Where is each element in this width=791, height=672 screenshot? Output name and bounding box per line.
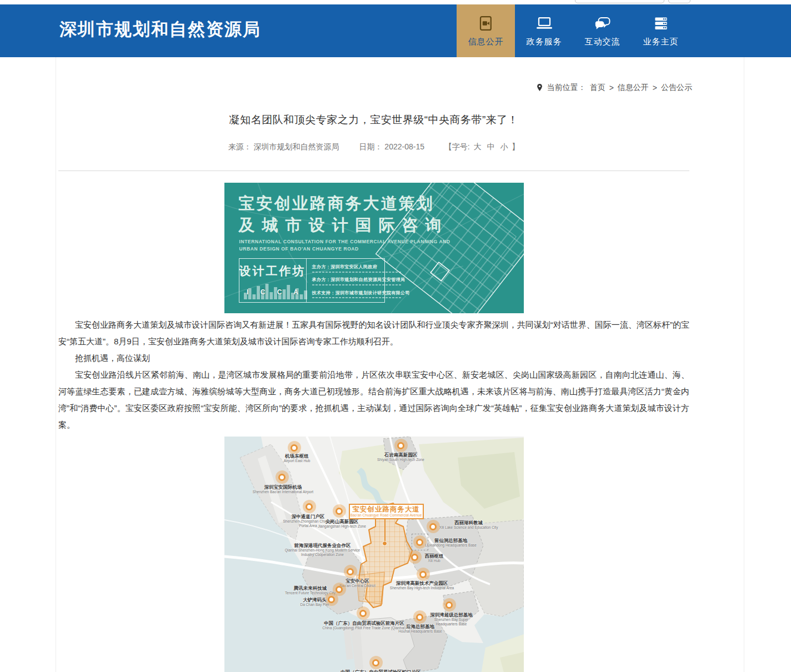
fontsize-prefix: 【字号: <box>444 142 470 151</box>
breadcrumb-notices-link[interactable]: 公告公示 <box>661 83 692 93</box>
search-button[interactable] <box>668 0 690 3</box>
page-content: 当前位置： 首页 > 信息公开 > 公告公示 凝知名团队和顶尖专家之力，宝安世界… <box>56 57 744 672</box>
map-label-leader-line <box>384 519 386 543</box>
tab-information-disclosure[interactable]: 信息公开 <box>457 4 515 57</box>
map-label: 留仙洞总部基地Liuxiandong Headquarters Base <box>420 538 482 548</box>
map-label: 后海总部基地Houhai Headquarters Base <box>390 624 451 634</box>
organizer-line: 技术支持：深圳市城市规划设计研究院有限公司 <box>312 290 410 299</box>
map-label: 深圳宝安国际机场Shenzhen Bao'an International Ai… <box>242 484 325 494</box>
tab-label: 互动交流 <box>585 37 620 47</box>
paragraph: 宝安创业路沿线片区紧邻前海、南山，是湾区城市发展格局的重要前沿地带，片区依次串联… <box>58 367 689 433</box>
meta-date-label: 日期： <box>359 142 382 151</box>
map-area-label-box: 宝安创业路商务大道 Bao'an Chuangye Road Commercia… <box>349 504 424 519</box>
banner-subtitle-line1: INTERNATIONAL CONSULTATION FOR THE COMME… <box>239 239 450 244</box>
banner-workshop-box: 设计工作坊 I C C A <box>239 258 385 303</box>
map-label: 西丽枢纽Xili Hub <box>415 553 454 563</box>
breadcrumb: 当前位置： 首页 > 信息公开 > 公告公示 <box>56 57 744 93</box>
workshop-left-panel: 设计工作坊 I C C A <box>239 259 307 302</box>
meta-source-label: 来源： <box>228 142 252 151</box>
banner-title-line2: 及城市设计国际咨询 <box>239 214 449 237</box>
organizer-text: 承办方：深圳市规划和自然资源局宝安管理局 <box>312 277 410 283</box>
search-input[interactable] <box>575 0 664 3</box>
document-icon <box>478 15 494 32</box>
paragraph: 宝安创业路商务大道策划及城市设计国际咨询又有新进展！五家具有国际视野的知名设计团… <box>58 317 689 350</box>
tab-interaction[interactable]: 互动交流 <box>573 4 632 57</box>
map-marker <box>397 442 404 449</box>
map-label-leader-dot <box>382 541 387 546</box>
map-marker <box>336 508 343 515</box>
chat-icon <box>594 15 611 32</box>
organizer-text: 技术支持：深圳市城市规划设计研究院有限公司 <box>312 290 410 296</box>
map-overlay: 宝安创业路商务大道 Bao'an Chuangye Road Commercia… <box>224 437 524 672</box>
map-area-title: 宝安创业路商务大道 <box>352 506 420 513</box>
organizer-subtext-line <box>312 297 402 298</box>
map-marker <box>278 474 286 481</box>
breadcrumb-separator: > <box>609 83 614 92</box>
breadcrumb-info-link[interactable]: 信息公开 <box>618 83 649 93</box>
fontsize-medium[interactable]: 中 <box>487 142 495 151</box>
map-marker <box>347 568 354 575</box>
article-banner-image: 宝安创业路商务大道策划 及城市设计国际咨询 INTERNATIONAL CONS… <box>224 183 524 313</box>
location-pin-icon <box>536 83 543 92</box>
site-header: 深圳市规划和自然资源局 信息公开 政务服务 互动交流 <box>0 4 791 57</box>
divider <box>58 170 689 171</box>
map-label: 尖岗山高新园区Jiangangshan High-tech Zone <box>311 519 373 529</box>
main-nav: 信息公开 政务服务 互动交流 业务主页 <box>457 4 690 57</box>
paragraph: 抢抓机遇，高位谋划 <box>58 350 689 367</box>
breadcrumb-separator: > <box>653 83 657 92</box>
map-label: 大铲湾码头Da Chan Bay Pier <box>290 597 340 607</box>
site-title: 深圳市规划和自然资源局 <box>59 18 261 41</box>
organizer-text: 主办方：深圳市宝安区人民政府 <box>312 264 410 270</box>
fontsize-small[interactable]: 小 <box>500 142 508 151</box>
organizer-line: 承办方：深圳市规划和自然资源局宝安管理局 <box>312 277 410 285</box>
breadcrumb-prefix: 当前位置： <box>547 83 586 93</box>
tab-business-home[interactable]: 业务主页 <box>632 4 690 57</box>
map-marker <box>372 659 379 666</box>
organizer-subtext-line <box>312 272 402 273</box>
map-label: 石岩南高新园区Shiyan South High-tech Zone <box>368 452 434 462</box>
laptop-icon <box>536 15 553 32</box>
map-area-subtitle: Bao'an Chuangye Road Commercial Avenue <box>351 513 422 518</box>
fontsize-suffix: 】 <box>512 142 519 151</box>
article-title: 凝知名团队和顶尖专家之力，宝安世界级“中央商务带”来了！ <box>58 113 689 127</box>
map-label: 中国（广东）自由贸易试验区蛇口片区China (Guangdong) Pilot… <box>329 669 432 672</box>
map-marker <box>359 610 367 617</box>
organizer-line: 主办方：深圳市宝安区人民政府 <box>312 264 410 273</box>
fontsize-large[interactable]: 大 <box>474 142 482 151</box>
map-marker <box>419 571 427 578</box>
breadcrumb-home-link[interactable]: 首页 <box>590 83 605 93</box>
map-marker <box>445 601 453 609</box>
workshop-title: 设计工作坊 <box>239 263 306 279</box>
tab-label: 信息公开 <box>468 37 504 47</box>
map-marker <box>306 503 313 510</box>
map-marker <box>416 614 423 621</box>
article-map-image: 宝安创业路商务大道 Bao'an Chuangye Road Commercia… <box>224 437 524 672</box>
workshop-organizers: 主办方：深圳市宝安区人民政府 承办方：深圳市规划和自然资源局宝安管理局 技术支持… <box>307 259 414 302</box>
tab-label: 业务主页 <box>643 37 679 47</box>
organizer-subtext-line <box>312 284 402 285</box>
article-body: 宝安创业路商务大道策划及城市设计国际咨询又有新进展！五家具有国际视野的知名设计团… <box>58 317 689 433</box>
article-meta: 来源： 深圳市规划和自然资源局 日期： 2022-08-15 【字号: 大 中 … <box>58 142 689 152</box>
map-label: 深圳湾高新技术产业园区Shenzhen Bay High-tech Indust… <box>381 580 464 590</box>
map-marker <box>291 444 298 452</box>
banner-title-line1: 宝安创业路商务大道策划 <box>239 193 434 215</box>
banner-subtitle-line2: URBAN DESIGN OF BAO'AN CHUANGYE ROAD <box>239 246 359 252</box>
tab-government-services[interactable]: 政务服务 <box>515 4 573 57</box>
map-label: 前海深港现代服务业合作区Qianhai Shenzhen-Hong Kong M… <box>281 543 364 556</box>
map-label: 西丽湖科教城Xili Lake Science and Education Ci… <box>433 520 505 530</box>
server-icon <box>653 15 669 32</box>
map-label: 机场东枢纽Airport East Hub <box>272 453 322 463</box>
meta-date-value: 2022-08-15 <box>384 142 424 151</box>
meta-source-value: 深圳市规划和自然资源局 <box>254 142 339 151</box>
tab-label: 政务服务 <box>527 37 562 47</box>
workshop-acronym: I C C A <box>239 288 306 296</box>
